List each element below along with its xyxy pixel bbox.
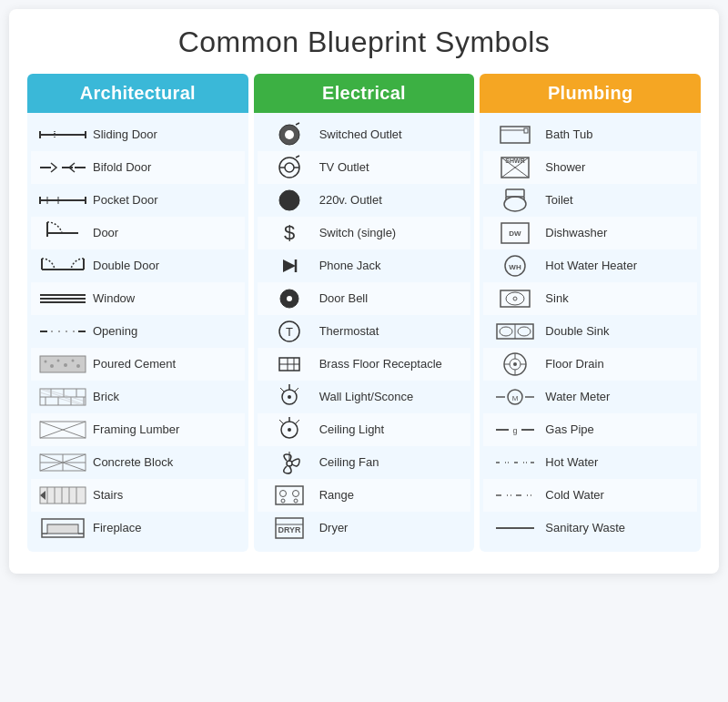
list-item: Wall Light/Sconce [258,381,471,413]
dryer-label: Dryer [316,521,349,536]
switched-outlet-label: Switched Outlet [316,127,402,143]
svg-point-125 [500,327,512,336]
list-item: g Gas Pipe [483,413,697,446]
gas-pipe-label: Gas Pipe [541,422,593,438]
phone-jack-icon [263,252,316,280]
plumbing-column: Plumbing Bath Tub [480,74,701,552]
svg-rect-120 [500,290,530,307]
svg-line-45 [44,389,86,402]
list-item: Fireplace [31,512,245,544]
hot-water-heater-icon: WH [489,253,541,279]
plumbing-body: Bath Tub SHWR Shower [480,113,701,552]
page-title: Common Blueprint Symbols [27,25,701,59]
list-item: SHWR Shower [483,151,697,184]
ceiling-fan-icon [263,449,316,476]
list-item: Floor Drain [483,348,697,381]
brass-floor-receptacle-icon [263,351,316,378]
svg-text:SHWR: SHWR [506,158,525,164]
list-item: Stairs [31,479,245,512]
floor-drain-label: Floor Drain [541,357,603,372]
thermostat-icon: T [263,318,316,345]
list-item: Toilet [483,184,697,217]
ceiling-fan-label: Ceiling Fan [316,455,379,471]
dishwasher-icon: DW [489,220,541,246]
svg-point-28 [45,361,47,363]
list-item: Switched Outlet [258,118,471,151]
cold-water-pipe-label: Cold Water [541,488,604,504]
list-item: Brass Floor Receptacle [258,348,471,381]
svg-point-129 [513,362,517,366]
water-meter-icon: M [489,387,541,407]
ceiling-light-icon [263,416,316,443]
list-item: TV Outlet [258,151,471,184]
svg-marker-75 [283,259,296,272]
svg-text:DRYR: DRYR [278,525,301,534]
list-item: Sliding Door [31,118,245,151]
range-icon [263,483,316,508]
electrical-column: Electrical Switched Outlet [254,74,475,552]
pocket-door-icon [36,190,89,210]
dishwasher-label: Dishwasher [541,226,607,241]
sliding-door-icon [36,125,89,145]
bifold-door-label: Bifold Door [89,160,151,176]
hot-water-pipe-icon [489,456,541,469]
svg-point-122 [513,297,517,300]
main-container: Common Blueprint Symbols Architectural [9,9,719,574]
list-item: DW Dishwasher [483,217,697,249]
sanitary-waste-pipe-icon [489,522,541,534]
list-item: Framing Lumber [31,413,245,446]
sanitary-waste-pipe-label: Sanitary Waste [541,521,625,536]
pocket-door-label: Pocket Door [89,193,158,209]
tv-outlet-icon [263,154,316,181]
opening-label: Opening [89,324,137,340]
plumbing-header: Plumbing [480,74,701,113]
list-item: Range [258,479,471,512]
svg-point-126 [518,327,531,336]
svg-rect-106 [524,128,528,133]
svg-text:$: $ [284,221,295,244]
toilet-label: Toilet [541,193,572,209]
brick-icon [36,385,89,409]
svg-text:T: T [286,325,293,339]
door-label: Door [89,226,118,241]
double-door-icon [36,253,89,279]
double-sink-icon [489,321,541,341]
svg-line-72 [296,156,299,158]
svg-point-32 [72,360,75,362]
svg-point-30 [57,360,60,362]
shower-label: Shower [541,160,585,176]
architectural-body: Sliding Door Bifold Door [27,113,248,552]
list-item: Door [31,217,245,249]
dryer-icon: DRYR [263,515,316,541]
ceiling-light-label: Ceiling Light [316,422,385,438]
opening-icon [36,324,89,339]
wall-light-icon [263,383,316,411]
svg-rect-62 [47,524,78,534]
list-item: Window [31,282,245,315]
switch-single-icon: $ [263,219,316,247]
list-item: M Water Meter [483,381,697,413]
svg-rect-27 [40,356,86,372]
wall-light-label: Wall Light/Sconce [316,390,414,405]
door-bell-label: Door Bell [316,291,368,307]
floor-drain-icon [489,351,541,378]
list-item: 220v. Outlet [258,184,471,217]
switched-outlet-icon [263,121,316,148]
list-item: Poured Cement [31,348,245,381]
svg-text:g: g [513,426,518,435]
outlet-220-label: 220v. Outlet [316,193,382,209]
hot-water-heater-label: Hot Water Heater [541,259,637,274]
list-item: T Thermostat [258,315,471,348]
cold-water-pipe-icon [489,489,541,502]
list-item: Brick [31,381,245,413]
svg-line-67 [296,123,299,125]
sliding-door-label: Sliding Door [89,127,157,143]
svg-line-44 [40,392,82,405]
concrete-block-icon [36,451,89,474]
svg-point-121 [506,292,524,305]
list-item: Sink [483,282,697,315]
electrical-header: Electrical [254,74,475,113]
double-sink-label: Double Sink [541,324,609,340]
list-item: Phone Jack [258,249,471,282]
double-door-label: Double Door [89,259,159,274]
